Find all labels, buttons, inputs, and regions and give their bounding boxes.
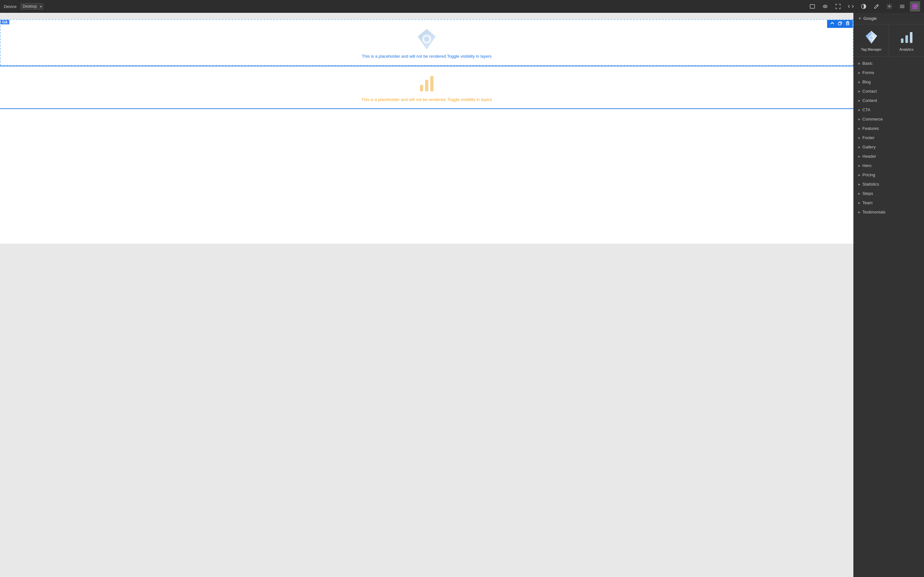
contrast-button[interactable] — [859, 1, 869, 11]
nav-arrow-blog: ▶ — [858, 81, 861, 84]
nav-arrow-statistics: ▶ — [858, 183, 861, 186]
canvas-analytics-icon — [415, 73, 438, 95]
nav-arrow-commerce: ▶ — [858, 118, 861, 121]
nav-label-content: Content — [863, 98, 877, 103]
ga-badge: GA — [1, 20, 9, 24]
svg-line-4 — [877, 5, 878, 6]
nav-arrow-hero: ▶ — [858, 164, 861, 167]
nav-item-hero[interactable]: ▶ Hero — [854, 161, 924, 170]
nav-label-features: Features — [863, 126, 879, 131]
nav-arrow-footer: ▶ — [858, 136, 861, 139]
svg-rect-26 — [910, 32, 913, 43]
menu-button[interactable] — [897, 1, 907, 11]
widget-analytics[interactable]: Analytics — [889, 24, 924, 56]
nav-item-team[interactable]: ▶ Team — [854, 198, 924, 207]
nav-label-gallery: Gallery — [863, 145, 876, 149]
nav-list: ▶ Basic ▶ Forms ▶ Blog ▶ Contact ▶ Conte… — [854, 57, 924, 219]
nav-item-basic[interactable]: ▶ Basic — [854, 59, 924, 68]
svg-point-2 — [825, 6, 826, 7]
svg-point-18 — [424, 37, 429, 42]
nav-item-pricing[interactable]: ▶ Pricing — [854, 170, 924, 179]
nav-label-team: Team — [863, 200, 873, 205]
nav-label-testimonials: Testimonials — [863, 210, 885, 214]
preview-button[interactable] — [820, 1, 830, 11]
nav-item-cta[interactable]: ▶ CTA — [854, 105, 924, 114]
google-section-arrow: ▼ — [858, 17, 861, 20]
nav-arrow-cta: ▶ — [858, 108, 861, 111]
nav-item-gallery[interactable]: ▶ Gallery — [854, 142, 924, 152]
main-layout: GA — [0, 13, 924, 577]
nav-label-header: Header — [863, 154, 876, 159]
nav-item-contact[interactable]: ▶ Contact — [854, 87, 924, 96]
apps-button[interactable] — [910, 1, 920, 11]
nav-label-steps: Steps — [863, 191, 873, 196]
placeholder-block-2: This is a placeholder and will not be re… — [0, 66, 853, 109]
svg-rect-24 — [901, 39, 903, 43]
panel-google-header[interactable]: ▼ Google — [854, 13, 924, 24]
svg-rect-19 — [420, 85, 423, 91]
nav-arrow-header: ▶ — [858, 155, 861, 158]
svg-rect-9 — [913, 4, 915, 6]
nav-arrow-content: ▶ — [858, 99, 861, 102]
analytics-icon — [899, 29, 914, 45]
svg-rect-14 — [846, 22, 849, 25]
canvas-area[interactable]: GA — [0, 13, 853, 577]
nav-label-footer: Footer — [863, 135, 875, 140]
analytics-label: Analytics — [899, 47, 913, 51]
settings-button[interactable] — [884, 1, 895, 11]
nav-item-testimonials[interactable]: ▶ Testimonials — [854, 207, 924, 217]
placeholder-text-2: This is a placeholder and will not be re… — [361, 97, 492, 102]
svg-rect-12 — [915, 7, 917, 9]
nav-item-blog[interactable]: ▶ Blog — [854, 77, 924, 87]
block-toolbar — [827, 20, 853, 28]
svg-point-23 — [870, 36, 873, 39]
nav-arrow-team: ▶ — [858, 201, 861, 205]
nav-item-statistics[interactable]: ▶ Statistics — [854, 179, 924, 189]
code-button[interactable] — [846, 1, 856, 11]
nav-label-forms: Forms — [863, 70, 874, 75]
nav-arrow-steps: ▶ — [858, 192, 861, 195]
tag-manager-icon — [864, 29, 879, 45]
nav-item-steps[interactable]: ▶ Steps — [854, 189, 924, 198]
nav-item-commerce[interactable]: ▶ Commerce — [854, 114, 924, 124]
svg-rect-20 — [425, 80, 428, 91]
viewport-button[interactable] — [807, 1, 817, 11]
svg-rect-13 — [838, 23, 841, 25]
nav-arrow-features: ▶ — [858, 127, 861, 130]
nav-arrow-pricing: ▶ — [858, 173, 861, 177]
svg-rect-10 — [915, 4, 917, 6]
block-duplicate[interactable] — [836, 21, 844, 27]
canvas-page: GA — [0, 19, 853, 243]
svg-rect-25 — [905, 35, 908, 43]
placeholder-block-1: GA — [0, 19, 853, 66]
edit-button[interactable] — [871, 1, 882, 11]
tag-manager-label: Tag Manager — [861, 47, 881, 51]
fullscreen-button[interactable] — [833, 1, 843, 11]
nav-item-forms[interactable]: ▶ Forms — [854, 68, 924, 77]
widget-tag-manager[interactable]: Tag Manager — [854, 24, 889, 56]
nav-item-footer[interactable]: ▶ Footer — [854, 133, 924, 142]
nav-item-features[interactable]: ▶ Features — [854, 124, 924, 133]
device-label: Device — [4, 4, 17, 9]
nav-label-basic: Basic — [863, 61, 873, 66]
nav-arrow-basic: ▶ — [858, 62, 861, 65]
nav-arrow-forms: ▶ — [858, 71, 861, 74]
nav-label-statistics: Statistics — [863, 182, 879, 187]
toolbar: Device Desktop Tablet Mobile — [0, 0, 924, 13]
nav-item-header[interactable]: ▶ Header — [854, 152, 924, 161]
nav-label-commerce: Commerce — [863, 117, 883, 121]
google-section-label: Google — [863, 16, 877, 21]
svg-rect-0 — [810, 5, 814, 8]
block-move-up[interactable] — [829, 21, 836, 27]
nav-arrow-testimonials: ▶ — [858, 211, 861, 214]
block-delete[interactable] — [844, 21, 851, 27]
nav-item-content[interactable]: ▶ Content — [854, 96, 924, 105]
nav-label-contact: Contact — [863, 89, 877, 93]
nav-arrow-contact: ▶ — [858, 90, 861, 93]
device-select-wrapper[interactable]: Desktop Tablet Mobile — [21, 3, 43, 10]
nav-label-cta: CTA — [863, 107, 871, 112]
right-panel: ▼ Google — [853, 13, 924, 577]
device-select[interactable]: Desktop Tablet Mobile — [21, 3, 43, 10]
nav-label-hero: Hero — [863, 163, 871, 168]
google-widgets-grid: Tag Manager Analytics — [854, 24, 924, 57]
